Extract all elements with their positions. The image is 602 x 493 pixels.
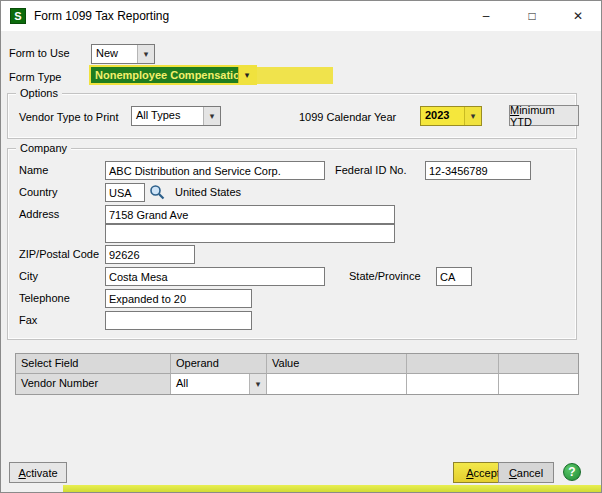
vendor-type-select[interactable]: All Types ▾ <box>131 106 221 126</box>
dropdown-arrow-icon: ▾ <box>249 374 266 394</box>
country-name-text: United States <box>175 186 241 198</box>
calendar-year-value: 2023 <box>421 107 464 125</box>
minimum-ytd-button[interactable]: Minimum YTD <box>509 105 579 126</box>
grid-cell-value[interactable] <box>267 374 407 394</box>
country-label: Country <box>19 186 58 198</box>
magnifier-icon <box>148 183 166 201</box>
form-to-use-label: Form to Use <box>9 47 70 59</box>
address-line2-field[interactable] <box>105 224 395 243</box>
dropdown-arrow-icon: ▾ <box>137 45 154 63</box>
fax-field[interactable] <box>105 311 252 330</box>
state-field[interactable] <box>436 267 472 286</box>
close-button[interactable]: ✕ <box>555 1 601 31</box>
maximize-button[interactable]: □ <box>509 1 555 31</box>
dropdown-arrow-icon: ▾ <box>203 107 220 125</box>
state-label: State/Province <box>349 270 421 282</box>
options-group-title: Options <box>16 87 62 99</box>
fax-label: Fax <box>19 314 37 326</box>
form-to-use-value: New <box>92 45 137 63</box>
grid-operand-select[interactable]: All ▾ <box>171 374 267 394</box>
cancel-mnemonic: C <box>509 467 517 479</box>
zip-label: ZIP/Postal Code <box>19 248 99 260</box>
window-controls: – □ ✕ <box>463 1 601 31</box>
company-group-title: Company <box>16 142 71 154</box>
window-title: Form 1099 Tax Reporting <box>34 9 169 23</box>
city-label: City <box>19 270 38 282</box>
federal-id-label: Federal ID No. <box>335 164 407 176</box>
zip-field[interactable] <box>105 245 195 264</box>
form-to-use-select[interactable]: New ▾ <box>91 44 155 64</box>
app-icon: S <box>10 8 26 24</box>
calendar-year-select[interactable]: 2023 ▾ <box>420 106 482 126</box>
highlighter-mark-bottom <box>63 485 602 493</box>
cancel-button[interactable]: Cancel <box>498 462 554 483</box>
country-code-field[interactable] <box>105 183 145 202</box>
help-icon: ? <box>568 465 575 479</box>
minimize-icon: – <box>483 9 490 23</box>
telephone-field[interactable] <box>105 289 252 308</box>
grid-header-blank-2 <box>499 354 578 374</box>
telephone-label: Telephone <box>19 292 70 304</box>
accept-label: ccept <box>474 467 500 479</box>
city-field[interactable] <box>105 267 325 286</box>
country-lookup-button[interactable] <box>147 182 167 202</box>
cancel-label: ancel <box>517 467 543 479</box>
grid-header-operand: Operand <box>171 354 267 374</box>
accept-mnemonic: A <box>466 467 473 479</box>
dropdown-arrow-icon: ▾ <box>238 67 255 83</box>
vendor-type-value: All Types <box>132 107 203 125</box>
highlighter-mark-form-type <box>257 67 333 84</box>
minimum-ytd-mnemonic: M <box>510 104 519 116</box>
maximize-icon: □ <box>528 9 535 23</box>
form-type-label: Form Type <box>9 71 61 83</box>
activate-button[interactable]: Activate <box>9 462 67 483</box>
form-type-select[interactable]: Nonemployee Compensation ▾ <box>89 65 257 85</box>
calendar-year-label: 1099 Calendar Year <box>299 111 396 123</box>
grid-cell-blank-2 <box>499 374 578 394</box>
vendor-type-label: Vendor Type to Print <box>19 111 118 123</box>
activate-label: ctivate <box>26 467 58 479</box>
form-type-value: Nonemployee Compensation <box>91 67 238 83</box>
grid-cell-field[interactable]: Vendor Number <box>16 374 171 394</box>
grid-header-select-field: Select Field <box>16 354 171 374</box>
dropdown-arrow-icon: ▾ <box>464 107 481 125</box>
grid-operand-value: All <box>171 374 249 394</box>
address-label: Address <box>19 208 59 220</box>
grid-data-row[interactable]: Vendor Number All ▾ <box>16 374 578 394</box>
close-icon: ✕ <box>573 9 583 23</box>
federal-id-field[interactable] <box>425 161 531 180</box>
grid-header-blank-1 <box>407 354 499 374</box>
minimize-button[interactable]: – <box>463 1 509 31</box>
company-name-label: Name <box>19 164 48 176</box>
dialog-window: S Form 1099 Tax Reporting – □ ✕ Form to … <box>0 0 602 493</box>
help-button[interactable]: ? <box>563 463 581 481</box>
company-name-field[interactable] <box>105 161 325 180</box>
grid-header-row: Select Field Operand Value <box>16 354 578 374</box>
activate-mnemonic: A <box>18 467 25 479</box>
filter-grid: Select Field Operand Value Vendor Number… <box>15 353 579 395</box>
address-line1-field[interactable] <box>105 205 395 224</box>
grid-cell-blank-1 <box>407 374 499 394</box>
grid-header-value: Value <box>267 354 407 374</box>
title-bar: S Form 1099 Tax Reporting – □ ✕ <box>1 1 601 31</box>
